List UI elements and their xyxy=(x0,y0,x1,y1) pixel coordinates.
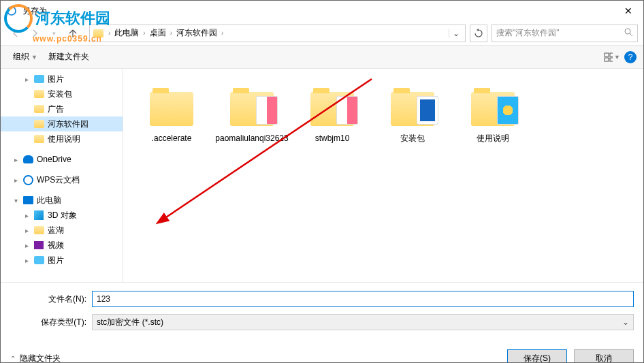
crumb-item[interactable]: 河东软件园 xyxy=(174,27,220,39)
folder-icon xyxy=(389,81,436,129)
svg-point-1 xyxy=(625,29,630,34)
crumb-item[interactable]: 此电脑 xyxy=(112,27,142,39)
folder-icon xyxy=(93,28,103,39)
sidebar-item-label: OneDrive xyxy=(37,155,71,164)
sidebar-item[interactable]: ▸图片 xyxy=(1,253,123,268)
wps-icon xyxy=(22,174,33,185)
file-label: stwbjm10 xyxy=(292,133,372,144)
pic-icon xyxy=(33,255,44,266)
file-list: .acceleratepaomaliulanqi32623stwbjm10安装包… xyxy=(123,69,643,282)
chevron-right-icon: › xyxy=(170,29,172,37)
sidebar-item[interactable]: 广告 xyxy=(1,101,123,116)
file-item[interactable]: 安装包 xyxy=(372,81,453,144)
forward-button[interactable] xyxy=(25,24,44,43)
sidebar-item[interactable]: 使用说明 xyxy=(1,131,123,146)
app-icon xyxy=(6,5,17,16)
file-item[interactable]: 使用说明 xyxy=(453,81,533,144)
sidebar-item-label: 广告 xyxy=(48,104,64,115)
breadcrumb-dropdown[interactable]: ⌄ xyxy=(449,29,462,38)
save-fields: 文件名(N): 保存类型(T): stc加密文件 (*.stc) ⌄ xyxy=(1,282,643,344)
svg-rect-5 xyxy=(610,53,613,57)
folder-icon xyxy=(33,104,44,114)
sidebar-item[interactable]: ▾此电脑 xyxy=(1,193,123,208)
sidebar-item-label: 3D 对象 xyxy=(48,210,77,221)
sidebar-item-label: 河东软件园 xyxy=(48,119,88,130)
folder-icon xyxy=(33,133,44,144)
cube-icon xyxy=(33,210,44,221)
crumb-item[interactable]: 桌面 xyxy=(147,27,169,39)
sidebar-item-label: 安装包 xyxy=(48,89,72,100)
sidebar-item-label: WPS云文档 xyxy=(37,174,80,186)
sidebar-item-label: 图片 xyxy=(48,255,64,266)
window-titlebar: 另存为 ✕ xyxy=(1,1,643,21)
filename-label: 文件名(N): xyxy=(10,294,92,305)
hide-folders-toggle[interactable]: ⌃ 隐藏文件夹 xyxy=(10,353,61,364)
pic-icon xyxy=(33,74,44,84)
sidebar-item[interactable]: ▸蓝湖 xyxy=(1,223,123,238)
tree-chevron-icon: ▸ xyxy=(14,156,22,163)
search-placeholder: 搜索"河东软件园" xyxy=(496,27,560,39)
back-button[interactable] xyxy=(6,24,25,43)
folder-icon xyxy=(469,81,517,129)
folder-icon xyxy=(33,89,44,99)
chevron-down-icon: ▼ xyxy=(31,54,37,61)
file-item[interactable]: stwbjm10 xyxy=(292,81,372,144)
new-folder-button[interactable]: 新建文件夹 xyxy=(43,48,95,65)
tree-chevron-icon: ▸ xyxy=(25,227,33,234)
file-label: .accelerate xyxy=(131,133,212,144)
folder-icon xyxy=(33,119,44,129)
sidebar-item-label: 蓝湖 xyxy=(48,225,64,236)
file-label: paomaliulanqi32623 xyxy=(212,133,292,144)
sidebar-item[interactable]: ▸WPS云文档 xyxy=(1,172,123,187)
tree-chevron-icon: ▾ xyxy=(14,197,22,204)
dialog-footer: ⌃ 隐藏文件夹 保存(S) 取消 xyxy=(1,344,643,363)
svg-rect-6 xyxy=(610,58,613,61)
sidebar-item-label: 此电脑 xyxy=(37,195,61,206)
recent-dropdown[interactable]: ▾ xyxy=(44,24,63,43)
sidebar-item[interactable]: 安装包 xyxy=(1,86,123,101)
tree-chevron-icon: ▸ xyxy=(25,257,33,264)
sidebar-item[interactable]: ▸图片 xyxy=(1,72,123,86)
organize-menu[interactable]: 组织▼ xyxy=(7,48,43,65)
sidebar-item[interactable]: ▸OneDrive xyxy=(1,152,123,167)
sidebar-item-label: 图片 xyxy=(48,74,64,85)
pc-icon xyxy=(22,195,33,206)
filetype-select[interactable]: stc加密文件 (*.stc) ⌄ xyxy=(92,314,634,330)
sidebar-item[interactable]: 河东软件园 xyxy=(1,116,123,131)
nav-bar: ▾ › 此电脑 › 桌面 › 河东软件园 › ⌄ 搜索"河东软件园" xyxy=(1,21,643,46)
folder-icon xyxy=(228,81,276,129)
chevron-down-icon: ⌄ xyxy=(622,317,629,327)
breadcrumb[interactable]: › 此电脑 › 桌面 › 河东软件园 › ⌄ xyxy=(89,25,466,42)
refresh-button[interactable] xyxy=(470,25,487,42)
folder-icon xyxy=(148,81,195,129)
chevron-up-icon: ⌃ xyxy=(10,355,16,362)
chevron-right-icon: › xyxy=(221,29,223,37)
save-button[interactable]: 保存(S) xyxy=(507,349,567,363)
sidebar-item[interactable]: ▸3D 对象 xyxy=(1,208,123,223)
chevron-right-icon: › xyxy=(143,29,145,37)
toolbar: 组织▼ 新建文件夹 ▼ ? xyxy=(1,46,643,69)
svg-rect-4 xyxy=(605,58,609,61)
sidebar-item[interactable]: ▸视频 xyxy=(1,238,123,253)
onedrive-icon xyxy=(22,154,33,165)
file-label: 使用说明 xyxy=(453,133,533,144)
svg-rect-3 xyxy=(605,53,609,57)
file-label: 安装包 xyxy=(372,133,453,144)
sidebar-tree: ▸图片安装包广告河东软件园使用说明▸OneDrive▸WPS云文档▾此电脑▸3D… xyxy=(1,69,123,282)
help-button[interactable]: ? xyxy=(624,51,637,63)
file-item[interactable]: paomaliulanqi32623 xyxy=(212,81,292,144)
view-menu[interactable]: ▼ xyxy=(604,49,620,65)
search-icon xyxy=(624,27,633,39)
svg-line-2 xyxy=(630,33,632,36)
up-button[interactable] xyxy=(63,24,82,43)
filename-input[interactable] xyxy=(92,291,634,307)
window-title: 另存为 xyxy=(22,5,47,17)
cancel-button[interactable]: 取消 xyxy=(574,349,634,363)
search-input[interactable]: 搜索"河东软件园" xyxy=(492,25,638,42)
svg-point-0 xyxy=(7,7,16,15)
file-item[interactable]: .accelerate xyxy=(131,81,212,144)
sidebar-item-label: 视频 xyxy=(48,240,64,251)
sidebar-item-label: 使用说明 xyxy=(48,133,80,145)
filetype-label: 保存类型(T): xyxy=(10,317,92,328)
close-button[interactable]: ✕ xyxy=(613,1,643,21)
